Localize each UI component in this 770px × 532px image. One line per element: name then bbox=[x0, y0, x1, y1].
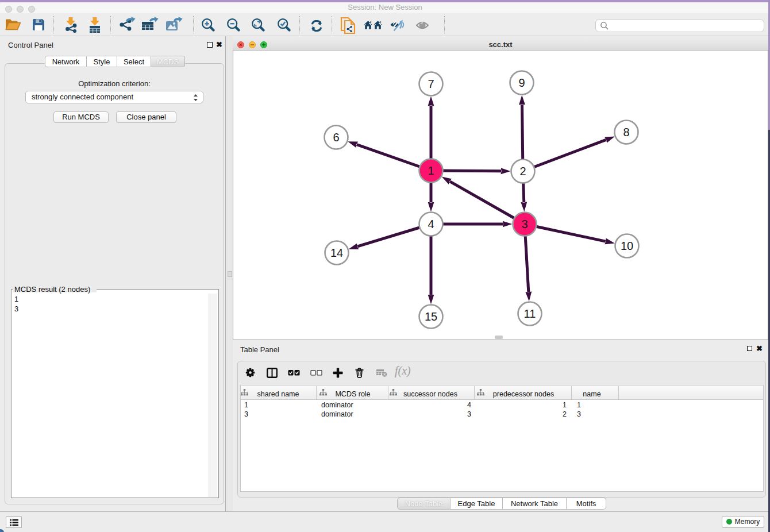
svg-text:11: 11 bbox=[524, 307, 536, 320]
svg-text:1: 1 bbox=[428, 164, 434, 177]
svg-text:3: 3 bbox=[521, 218, 528, 230]
svg-text:6: 6 bbox=[333, 131, 339, 144]
svg-text:7: 7 bbox=[428, 78, 434, 90]
svg-text:10: 10 bbox=[621, 240, 633, 252]
svg-text:15: 15 bbox=[425, 310, 437, 323]
svg-text:4: 4 bbox=[428, 218, 434, 230]
svg-text:2: 2 bbox=[519, 165, 526, 178]
svg-text:9: 9 bbox=[518, 76, 525, 89]
svg-text:14: 14 bbox=[330, 246, 343, 259]
svg-text:8: 8 bbox=[623, 126, 629, 138]
